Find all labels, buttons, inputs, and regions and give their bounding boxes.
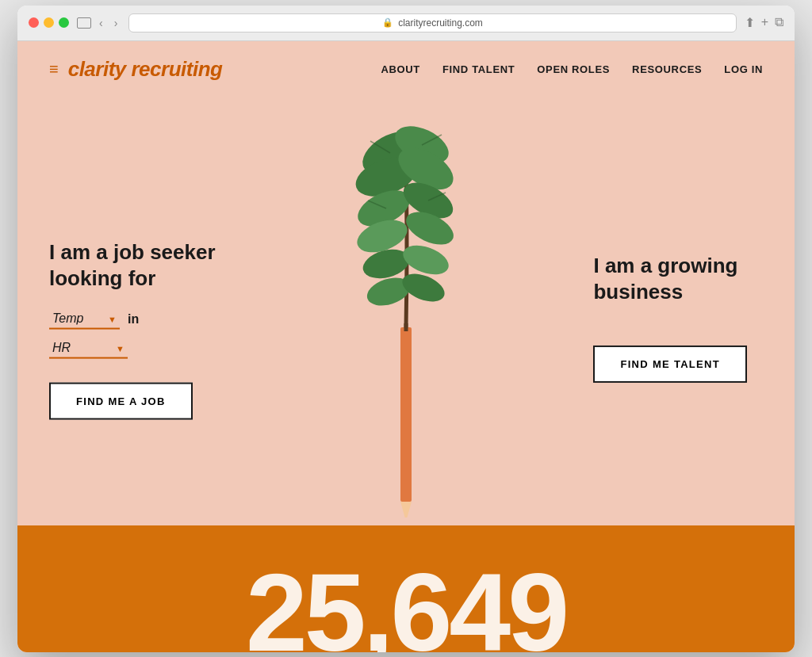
url-text: clarityrecruiting.com xyxy=(398,17,483,29)
find-me-talent-button[interactable]: FIND ME TALENT xyxy=(593,346,747,383)
nav-log-in[interactable]: LOG IN xyxy=(724,63,763,75)
plant-svg xyxy=(327,97,485,518)
browser-window: ‹ › 🔒 clarityrecruiting.com ⬆ + ⧉ ≡ clar… xyxy=(17,6,795,652)
website: ≡ clarity recruiting ABOUT FIND TALENT O… xyxy=(17,41,795,652)
filter-row-industry: HR Finance Admin Marketing xyxy=(49,338,216,359)
in-label: in xyxy=(128,311,139,326)
plant-illustration xyxy=(358,97,454,525)
job-seeker-panel: I am a job seeker looking for Temp Perm … xyxy=(49,239,216,420)
back-button[interactable]: ‹ xyxy=(96,15,106,31)
hero-section: I am a job seeker looking for Temp Perm … xyxy=(17,97,795,525)
new-tab-icon[interactable]: + xyxy=(761,15,768,30)
filter-row-type: Temp Perm Contract in xyxy=(49,308,216,330)
job-type-select[interactable]: Temp Perm Contract xyxy=(49,308,120,330)
site-nav: ABOUT FIND TALENT OPEN ROLES RESOURCES L… xyxy=(381,63,763,75)
browser-nav: ‹ › xyxy=(77,15,121,31)
stat-numbers: 25,649 xyxy=(246,557,566,652)
share-icon[interactable]: ⬆ xyxy=(745,15,755,30)
nav-resources[interactable]: RESOURCES xyxy=(632,63,702,75)
forward-button[interactable]: › xyxy=(111,15,121,31)
business-panel: I am a growing business FIND ME TALENT xyxy=(593,252,747,383)
svg-marker-1 xyxy=(400,502,412,518)
header-left: ≡ clarity recruiting xyxy=(49,57,222,82)
industry-select[interactable]: HR Finance Admin Marketing xyxy=(49,338,128,359)
tabs-icon[interactable]: ⧉ xyxy=(775,15,783,30)
maximize-button[interactable] xyxy=(59,17,69,28)
hamburger-icon[interactable]: ≡ xyxy=(49,60,59,78)
site-header: ≡ clarity recruiting ABOUT FIND TALENT O… xyxy=(17,41,795,97)
industry-wrapper: HR Finance Admin Marketing xyxy=(49,338,128,359)
address-bar[interactable]: 🔒 clarityrecruiting.com xyxy=(128,13,736,32)
orange-section: 25,649 xyxy=(17,525,795,652)
svg-rect-0 xyxy=(400,327,412,502)
brand-name: clarity recruiting xyxy=(68,57,223,82)
browser-actions: ⬆ + ⧉ xyxy=(745,15,783,30)
close-button[interactable] xyxy=(29,17,39,28)
business-headline: I am a growing business xyxy=(593,252,747,306)
nav-open-roles[interactable]: OPEN ROLES xyxy=(537,63,610,75)
lock-icon: 🔒 xyxy=(382,17,393,28)
browser-chrome: ‹ › 🔒 clarityrecruiting.com ⬆ + ⧉ xyxy=(17,6,795,41)
nav-find-talent[interactable]: FIND TALENT xyxy=(442,63,515,75)
minimize-button[interactable] xyxy=(44,17,54,28)
find-me-a-job-button[interactable]: FIND ME A JOB xyxy=(49,383,193,420)
job-type-wrapper: Temp Perm Contract xyxy=(49,308,120,330)
window-icon xyxy=(77,17,91,29)
browser-dots xyxy=(29,17,69,28)
nav-about[interactable]: ABOUT xyxy=(381,63,419,75)
job-seeker-headline: I am a job seeker looking for xyxy=(49,239,216,292)
